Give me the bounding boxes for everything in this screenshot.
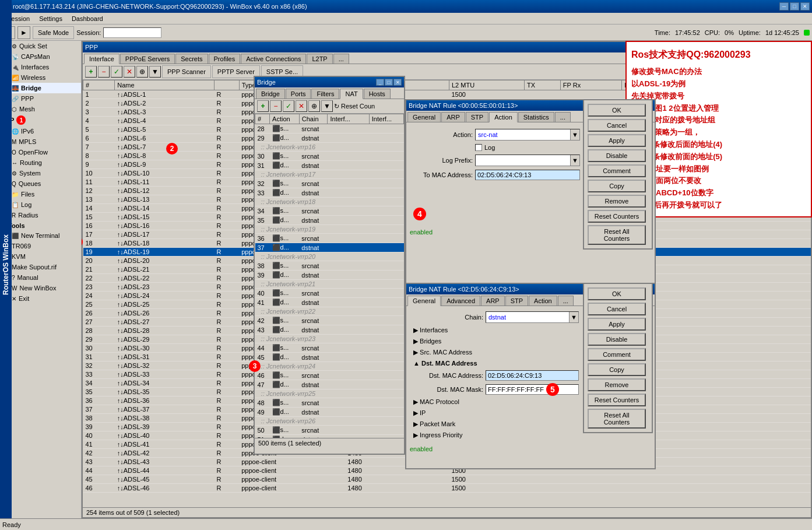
log-prefix-arrow[interactable]: ▼	[570, 155, 579, 166]
menu-settings[interactable]: Settings	[34, 14, 67, 23]
tab-statistics1[interactable]: Statistics	[518, 112, 554, 122]
tab-more1[interactable]: ...	[555, 112, 571, 122]
sidebar-item-log[interactable]: 📋 Log	[0, 199, 81, 210]
table-row[interactable]: 44 ⬛s... srcnat	[255, 343, 404, 353]
tab-arp1[interactable]: ARP	[441, 112, 465, 122]
tab-active-connections[interactable]: Active Connections	[241, 54, 306, 64]
table-row[interactable]: :: Jcnetwork-vrrp16	[255, 143, 404, 152]
sidebar-item-queues[interactable]: Q Queues	[0, 178, 81, 189]
sidebar-item-ppp[interactable]: 🔗 PPP	[0, 93, 81, 104]
tab-hosts[interactable]: Hosts	[364, 89, 391, 99]
dst-mac-mask-input[interactable]	[486, 384, 579, 395]
tab-more[interactable]: ...	[333, 54, 349, 64]
table-row[interactable]: 48 ⬛s... srcnat	[255, 398, 404, 408]
table-row[interactable]: :: Jcnetwork-vrrp25	[255, 389, 404, 398]
tab-interface[interactable]: Interface	[84, 54, 119, 64]
table-row[interactable]: 42 ⬛s... srcnat	[255, 316, 404, 325]
disable-button-2[interactable]: Disable	[588, 333, 646, 346]
cancel-button-1[interactable]: Cancel	[588, 119, 646, 132]
table-row[interactable]: 35 ⬛d... dstnat	[255, 216, 404, 225]
tab-general1[interactable]: General	[407, 112, 441, 122]
ppp-add-button[interactable]: +	[85, 66, 97, 78]
table-row[interactable]: 36 ⬛s... srcnat	[255, 234, 404, 243]
copy-button-1[interactable]: Copy	[588, 180, 646, 192]
sidebar-item-bridge[interactable]: 🌉 Bridge	[0, 83, 81, 93]
ppp-filter-button[interactable]: ▼	[149, 66, 161, 78]
forward-button[interactable]: ►	[17, 26, 30, 39]
tab-stp2[interactable]: STP	[505, 296, 528, 306]
sidebar-item-radius[interactable]: R Radius	[0, 210, 81, 220]
tab-action1[interactable]: Action	[489, 112, 518, 122]
ppp-copy-button[interactable]: ⊕	[136, 66, 148, 78]
table-row[interactable]: 30 ⬛s... srcnat	[255, 152, 404, 161]
ppp-remove-button[interactable]: −	[98, 66, 110, 78]
to-mac-input[interactable]	[475, 170, 580, 180]
tab-general2[interactable]: General	[407, 296, 441, 306]
comment-button-2[interactable]: Comment	[588, 348, 646, 361]
sidebar-item-manual[interactable]: ? Manual	[0, 272, 81, 283]
tab-l2tp[interactable]: L2TP	[307, 54, 332, 64]
bridge-filter-button[interactable]: ▼	[321, 100, 333, 112]
safe-mode-button[interactable]: Safe Mode	[33, 26, 74, 39]
table-row[interactable]: 50 ⬛s... srcnat	[255, 426, 404, 435]
tab-profiles[interactable]: Profiles	[209, 54, 241, 64]
table-row[interactable]: 31 ⬛d... dstnat	[255, 161, 404, 170]
table-row[interactable]: :: Jcnetwork-vrrp26	[255, 417, 404, 426]
sidebar-item-quick-set[interactable]: ⚙ Quick Set	[0, 41, 81, 51]
bridge-add-button[interactable]: +	[257, 100, 269, 112]
table-row[interactable]: :: Jcnetwork-vrrp17	[255, 170, 404, 179]
sidebar-item-mpls[interactable]: M MPLS	[0, 136, 81, 147]
table-row[interactable]: 46 ↑↓ADSL-46 R pppoe-client 1480 1500	[83, 484, 811, 493]
table-row[interactable]: :: Jcnetwork-vrrp22	[255, 307, 404, 316]
maximize-button[interactable]: □	[790, 2, 799, 10]
sidebar-item-new-terminal[interactable]: ⬛ New Terminal	[0, 230, 81, 241]
sidebar-item-wireless[interactable]: 📶 Wireless	[0, 72, 81, 83]
tab-ports[interactable]: Ports	[286, 89, 311, 99]
table-row[interactable]: 32 ⬛s... srcnat	[255, 179, 404, 188]
tab-advanced2[interactable]: Advanced	[441, 296, 480, 306]
apply-button-2[interactable]: Apply	[588, 318, 646, 331]
tab-arp2[interactable]: ARP	[481, 296, 505, 306]
bridge-remove-button[interactable]: −	[270, 100, 282, 112]
table-row[interactable]: 38 ⬛s... srcnat	[255, 261, 404, 271]
sidebar-item-ip[interactable]: ▶ IP 1	[0, 114, 81, 126]
chain-dropdown-arrow[interactable]: ▼	[569, 312, 578, 322]
apply-button-1[interactable]: Apply	[588, 134, 646, 147]
reset-all-counters-button-2[interactable]: Reset All Counters	[588, 409, 646, 429]
tab-bridge[interactable]: Bridge	[256, 89, 285, 99]
sidebar-item-system[interactable]: ⚙ System	[0, 168, 81, 178]
bridge-close-button[interactable]: ✕	[393, 79, 402, 86]
remove-button-1[interactable]: Remove	[588, 195, 646, 208]
chain-select[interactable]: dstnat ▼	[486, 311, 579, 323]
ppp-disable-button[interactable]: ✕	[124, 66, 135, 78]
table-row[interactable]: 49 ⬛d... dstnat	[255, 408, 404, 417]
table-row[interactable]: :: Jcnetwork-vrrp20	[255, 252, 404, 261]
table-row[interactable]: 46 ⬛s... srcnat	[255, 371, 404, 380]
table-row[interactable]: :: Jcnetwork-vrrp21	[255, 280, 404, 289]
remove-button-2[interactable]: Remove	[588, 378, 646, 391]
minimize-button[interactable]: ─	[779, 2, 789, 10]
reset-all-counters-button-1[interactable]: Reset All Counters	[588, 225, 646, 245]
table-row[interactable]: 43 ⬛d... dstnat	[255, 325, 404, 335]
sidebar-item-tr069[interactable]: TR069	[0, 241, 81, 251]
comment-button-1[interactable]: Comment	[588, 164, 646, 177]
sidebar-item-new-winbox[interactable]: W New WinBox	[0, 283, 81, 293]
sidebar-item-openflow[interactable]: O OpenFlow	[0, 147, 81, 157]
session-input[interactable]	[103, 27, 161, 38]
reset-counters-button-2[interactable]: Reset Counters	[588, 394, 646, 406]
reset-counters-button-1[interactable]: Reset Counters	[588, 210, 646, 223]
cancel-button-2[interactable]: Cancel	[588, 303, 646, 315]
table-row[interactable]: :: Jcnetwork-vrrp24	[255, 362, 404, 371]
table-row[interactable]: 41 ⬛d... dstnat	[255, 298, 404, 307]
sidebar-item-files[interactable]: 📁 Files	[0, 189, 81, 199]
disable-button-1[interactable]: Disable	[588, 149, 646, 162]
sidebar-item-routing[interactable]: ↔ Routing	[0, 157, 81, 168]
menu-dashboard[interactable]: Dashboard	[67, 14, 108, 23]
ok-button-2[interactable]: OK	[588, 287, 646, 300]
close-button[interactable]: ✕	[800, 2, 810, 10]
bridge-maximize-button[interactable]: □	[385, 79, 393, 86]
action-dropdown-arrow[interactable]: ▼	[570, 129, 579, 140]
table-row[interactable]: 45 ↑↓ADSL-45 R pppoe-client 1480 1500	[83, 475, 811, 484]
bridge-icon-button[interactable]: ⊕	[308, 100, 320, 112]
sidebar-item-mesh[interactable]: ⬡ Mesh	[0, 104, 81, 114]
